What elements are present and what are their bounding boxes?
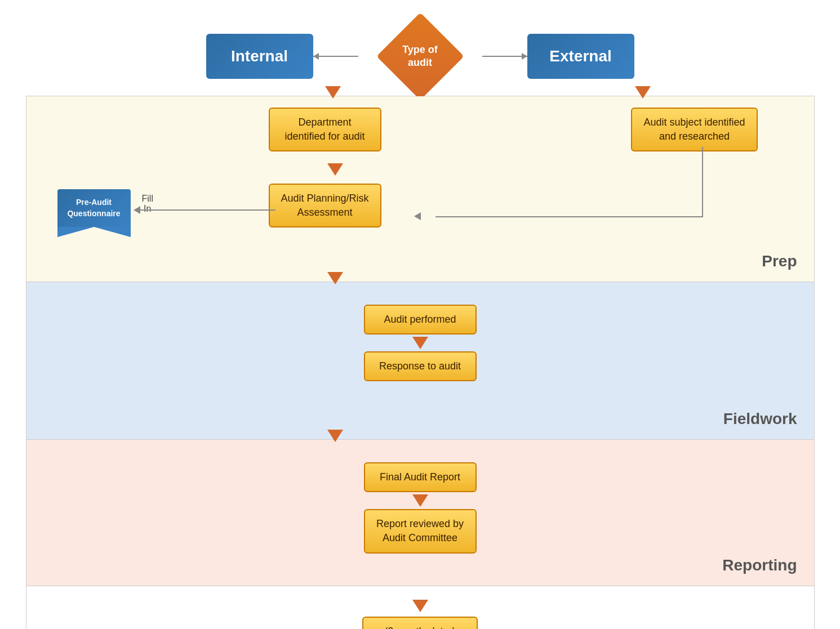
arrow-performed-to-response <box>412 337 428 349</box>
dept-label: Department identified for audit <box>285 117 365 142</box>
final-report-label: Final Audit Report <box>380 471 460 483</box>
committee-box: Report reviewed by Audit Committee <box>364 509 477 553</box>
reporting-section: Final Audit Report Report reviewed by Au… <box>26 440 814 586</box>
arrow-to-external <box>482 56 527 57</box>
top-section: Internal Type of audit External <box>0 0 840 96</box>
followup-box: (9 months later) Follow-up, new plan <box>362 617 477 629</box>
reporting-label-text: Reporting <box>722 556 797 574</box>
prep-section: Department identified for audit Audit su… <box>26 96 814 282</box>
arrow-dept-to-planning <box>327 161 343 178</box>
connector-arrow-left <box>414 212 421 220</box>
connector-v <box>702 147 703 217</box>
audit-subject-box: Audit subject identified and researched <box>631 108 757 151</box>
audit-performed-col: Audit performed Response to audit <box>364 305 477 381</box>
arrow-to-pre-audit <box>134 206 275 214</box>
response-label: Response to audit <box>379 360 461 372</box>
prep-label: Prep <box>762 252 797 270</box>
top-arrow-down-left <box>325 84 341 101</box>
arrow-line-h <box>140 209 275 211</box>
fieldwork-label-text: Fieldwork <box>723 410 797 427</box>
audit-performed-label: Audit performed <box>384 314 456 325</box>
arrow-report-to-committee <box>412 494 428 507</box>
final-report-box: Final Audit Report <box>364 462 477 492</box>
arrow-to-internal <box>313 56 358 57</box>
committee-label: Report reviewed by Audit Committee <box>376 518 464 543</box>
internal-label: Internal <box>231 47 288 65</box>
diamond-container: Type of audit <box>375 23 465 90</box>
arrow-into-reporting <box>327 427 343 444</box>
pre-audit-label: Pre-Audit Questionnaire <box>67 198 120 218</box>
response-box: Response to audit <box>364 351 477 381</box>
planning-label: Audit Planning/Risk Assessment <box>281 193 369 218</box>
connector-h <box>435 216 703 217</box>
audit-subject-label: Audit subject identified and researched <box>643 117 745 142</box>
external-box: External <box>527 34 634 79</box>
fieldwork-section: Audit performed Response to audit Fieldw… <box>26 282 814 440</box>
flow-wrapper: Department identified for audit Audit su… <box>26 96 815 629</box>
diamond-text: Type of audit <box>402 43 438 70</box>
internal-box: Internal <box>206 34 313 79</box>
arrow-into-fieldwork <box>327 270 343 287</box>
pre-audit-questionnaire: Pre-Audit Questionnaire <box>57 189 131 227</box>
top-arrow-down-right <box>635 84 651 101</box>
arrow-into-followup <box>412 597 428 614</box>
followup-label: (9 months later) Follow-up, new plan <box>375 626 465 629</box>
audit-performed-box: Audit performed <box>364 305 477 334</box>
external-label: External <box>549 47 612 65</box>
followup-section: (9 months later) Follow-up, new plan <box>26 586 814 629</box>
fieldwork-label: Fieldwork <box>723 410 797 428</box>
reporting-col: Final Audit Report Report reviewed by Au… <box>364 462 477 554</box>
prep-label-text: Prep <box>762 252 797 270</box>
arrow-head-left <box>134 206 140 214</box>
dept-box: Department identified for audit <box>269 108 381 151</box>
reporting-label: Reporting <box>722 556 797 574</box>
planning-box: Audit Planning/Risk Assessment <box>269 184 381 227</box>
